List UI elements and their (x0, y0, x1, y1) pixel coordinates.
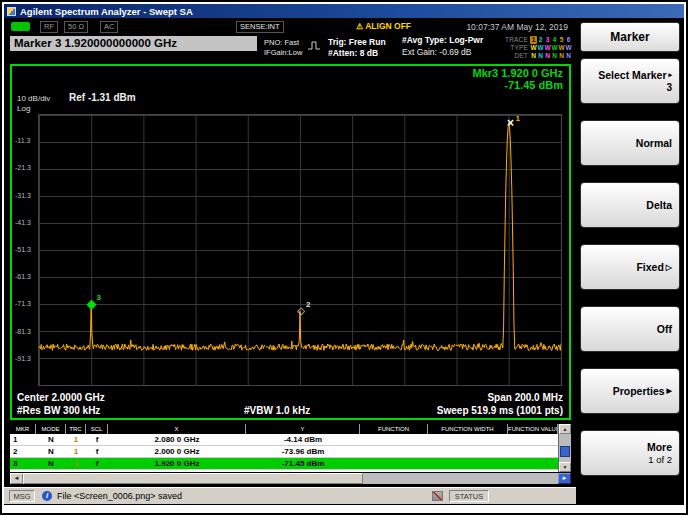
marker-table: MKRMODETRCSCLXYFUNCTIONFUNCTION WIDTHFUN… (10, 424, 571, 472)
sense-indicator: SENSE:INT (236, 21, 284, 33)
trace-status-cell: W (558, 44, 565, 52)
impedance-indicator: 50 Ω (64, 21, 88, 33)
y-axis-label: -71.3 (15, 300, 31, 307)
trace-row-label: TRACE (505, 36, 528, 44)
sweep-time-label: Sweep 519.9 ms (1001 pts) (437, 405, 563, 416)
video-bw-label: #VBW 1.0 kHz (244, 405, 310, 416)
type-row: TYPEWWWWWW (494, 44, 572, 52)
softkey-label: Delta (646, 199, 672, 211)
trace-status-block: TRACE123456 TYPEWWWWWW DETNNNNNN (494, 36, 572, 60)
trace-status-cell: W (551, 44, 558, 52)
active-function-readout: Marker 3 1.920000000000 GHz (10, 36, 257, 51)
trigger-readout: Trig: Free Run (328, 37, 386, 47)
column-header: SCL (86, 424, 108, 434)
trace-status-cell: N (530, 52, 537, 60)
y-axis-label: -91.3 (15, 355, 31, 362)
marker-2-label: 2 (306, 300, 310, 310)
table-cell: -71.45 dBm (246, 458, 360, 469)
graticule: ×1◇2◆3 (38, 114, 562, 386)
table-cell: 2.000 0 GHz (108, 446, 246, 457)
table-cell: 1 (66, 458, 86, 469)
det-row-label: DET (514, 52, 528, 60)
table-cell: 1 (66, 434, 86, 445)
trace-status-cell: W (565, 44, 572, 52)
table-row[interactable]: 1N1f2.080 0 GHz-4.14 dBm (10, 434, 558, 446)
scroll-down-button[interactable]: ▼ (559, 462, 571, 472)
softkey-properties[interactable]: Properties▶ (580, 368, 680, 414)
det-row: DETNNNNNN (494, 52, 572, 60)
trace-values: 123456 (530, 36, 572, 44)
marker-freq-readout: Mkr3 1.920 0 GHz (473, 67, 564, 79)
info-icon: i (42, 491, 52, 501)
det-values: NNNNNN (530, 52, 572, 60)
active-marker-readout: Mkr3 1.920 0 GHz -71.45 dBm (473, 67, 564, 91)
softkey-menu-title: Marker (580, 22, 680, 52)
softkey-fixed[interactable]: Fixed▷ (580, 244, 680, 290)
table-cell (428, 458, 508, 469)
y-axis-label: -21.3 (15, 164, 31, 171)
settings-readout-row: Marker 3 1.920000000000 GHz PNO: Fast IF… (4, 35, 576, 63)
avg-type-readout: #Avg Type: Log-Pwr (402, 35, 483, 45)
softkey-normal[interactable]: Normal (580, 120, 680, 166)
status-bar: MSG i File <Screen_0006.png> saved STATU… (4, 487, 576, 504)
trace-status-cell: 6 (565, 36, 572, 44)
trace-status-cell: 1 (530, 36, 537, 44)
attenuation-readout: #Atten: 8 dB (328, 48, 378, 58)
trace-status-cell: N (537, 52, 544, 60)
y-axis-label: -11.3 (15, 137, 30, 144)
status-row: RF 50 Ω AC SENSE:INT ⚠ ALIGN OFF 10:07:3… (4, 19, 576, 35)
table-cell: 1 (10, 434, 36, 445)
softkey-label: Select Marker (598, 69, 666, 81)
trace-status-cell: 2 (537, 36, 544, 44)
softkey-value: 3 (666, 82, 672, 93)
softkey-select-marker[interactable]: Select Marker▸ 3 (580, 58, 680, 104)
softkey-label: More (647, 441, 672, 453)
rf-input-indicator: RF (40, 21, 58, 33)
y-axis-label: -81.3 (15, 328, 31, 335)
instrument-frame: Agilent Spectrum Analyzer - Swept SA RF … (0, 0, 688, 515)
softkey-delta[interactable]: Delta (580, 182, 680, 228)
table-cell (428, 434, 508, 445)
trace-status-cell: W (530, 44, 537, 52)
horizontal-scrollbar[interactable]: ◄ ► (10, 473, 571, 484)
scroll-up-button[interactable]: ▲ (559, 424, 571, 434)
warning-icon: ⚠ (356, 22, 363, 31)
softkey-column: Marker Select Marker▸ 3 Normal Delta Fix… (578, 18, 682, 505)
column-header: X (108, 424, 246, 434)
scroll-right-button[interactable]: ► (558, 473, 571, 484)
status-message: File <Screen_0006.png> saved (57, 491, 182, 501)
status-label: STATUS (449, 490, 489, 502)
softkey-more[interactable]: More 1 of 2 (580, 430, 680, 476)
marker-table-body: 1N1f2.080 0 GHz-4.14 dBm2N1f2.000 0 GHz-… (10, 434, 558, 472)
table-row[interactable]: 2N1f2.000 0 GHz-73.96 dBm (10, 446, 558, 458)
scroll-left-button[interactable]: ◄ (10, 473, 23, 484)
softkey-label: Properties (613, 385, 665, 397)
column-header: Y (246, 424, 360, 434)
submenu-arrow-icon: ▸ (668, 71, 672, 79)
y-axis-label: -41.3 (15, 219, 31, 226)
trace-row: TRACE123456 (494, 36, 572, 44)
trace-status-cell: 4 (551, 36, 558, 44)
table-cell: 1 (66, 446, 86, 457)
trace-status-cell: 3 (544, 36, 551, 44)
hollow-arrow-icon: ▷ (666, 263, 672, 272)
trace-status-cell: N (565, 52, 572, 60)
align-off-label: ALIGN OFF (365, 21, 411, 31)
softkey-label: Fixed (636, 261, 663, 273)
y-axis-label: -31.3 (15, 192, 31, 199)
span-label: Span 200.0 MHz (487, 392, 563, 403)
column-header: FUNCTION VALUE (508, 424, 558, 434)
type-values: WWWWWW (530, 44, 572, 52)
table-cell: f (86, 446, 108, 457)
app-icon (7, 7, 16, 16)
vertical-scrollbar[interactable]: ▲ ▼ (558, 424, 571, 472)
table-row[interactable]: 3N1f1.920 0 GHz-71.45 dBm (10, 458, 558, 470)
vscrollbar-thumb[interactable] (560, 446, 570, 457)
ifgain-readout: IFGain:Low (264, 48, 302, 57)
remote-indicator (11, 22, 30, 31)
marker-ampl-readout: -71.45 dBm (473, 79, 564, 91)
softkey-label: Normal (636, 137, 672, 149)
marker-layer: ×1◇2◆3 (39, 115, 561, 385)
softkey-off[interactable]: Off (580, 306, 680, 352)
hscrollbar-thumb[interactable] (23, 473, 363, 484)
